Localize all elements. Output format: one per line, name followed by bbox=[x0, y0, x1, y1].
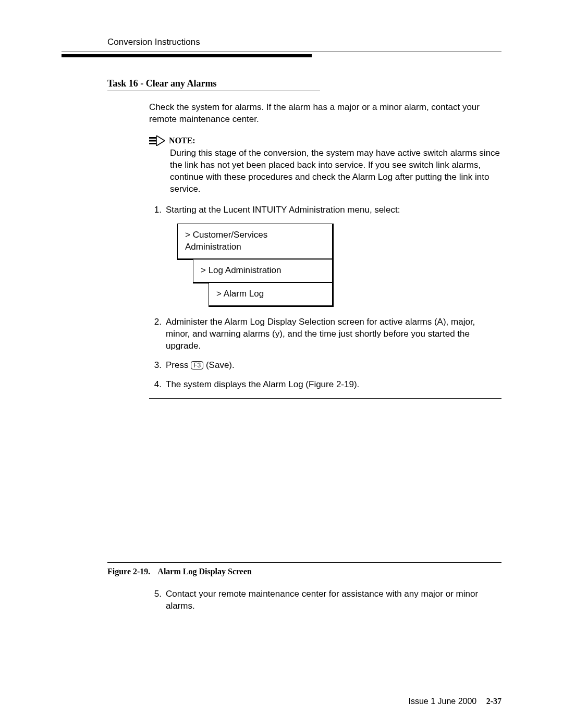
step-text: Press F3 (Save). bbox=[166, 360, 501, 372]
note-block: NOTE: During this stage of the conversio… bbox=[149, 135, 501, 195]
step-text-before-key: Press bbox=[166, 360, 191, 370]
menu-item-log-administration: > Log Administration bbox=[193, 259, 334, 283]
header-rule-thin bbox=[62, 52, 501, 52]
step-number: 2. bbox=[149, 316, 162, 352]
menu-item-customer-services: > Customer/Services Administration bbox=[177, 224, 334, 260]
step-text-after-key: (Save). bbox=[203, 360, 235, 370]
keycap-f3: F3 bbox=[191, 361, 203, 369]
page-footer: Issue 1 June 2000 2-37 bbox=[408, 696, 501, 707]
issue-date: Issue 1 June 2000 bbox=[408, 697, 476, 706]
step-2: 2. Administer the Alarm Log Display Sele… bbox=[149, 316, 501, 352]
step-number: 5. bbox=[149, 588, 162, 612]
task-heading: Task 16 - Clear any Alarms bbox=[107, 77, 320, 91]
figure-caption: Figure 2-19.Alarm Log Display Screen bbox=[107, 562, 501, 577]
step-number: 1. bbox=[149, 204, 162, 216]
figure-placeholder bbox=[149, 399, 501, 560]
svg-rect-1 bbox=[149, 140, 156, 141]
figure-title: Alarm Log Display Screen bbox=[157, 567, 252, 576]
content-area: Check the system for alarms. If the alar… bbox=[149, 102, 501, 560]
figure-label: Figure 2-19. bbox=[107, 567, 150, 576]
intro-paragraph: Check the system for alarms. If the alar… bbox=[149, 102, 501, 126]
svg-rect-0 bbox=[149, 137, 156, 139]
page-number: 2-37 bbox=[486, 697, 501, 706]
note-label: NOTE: bbox=[169, 135, 195, 146]
step-text: Contact your remote maintenance center f… bbox=[166, 588, 501, 612]
step-number: 4. bbox=[149, 379, 162, 391]
step-3: 3. Press F3 (Save). bbox=[149, 360, 501, 372]
running-header: Conversion Instructions bbox=[107, 36, 501, 48]
step-number: 3. bbox=[149, 360, 162, 372]
note-body: During this stage of the conversion, the… bbox=[170, 147, 501, 195]
step-1: 1. Starting at the Lucent INTUITY Admini… bbox=[149, 204, 501, 216]
step-text: The system displays the Alarm Log (Figur… bbox=[166, 379, 501, 391]
step-text: Starting at the Lucent INTUITY Administr… bbox=[166, 204, 501, 216]
svg-rect-2 bbox=[149, 143, 156, 144]
note-arrow-icon bbox=[149, 135, 165, 146]
svg-marker-3 bbox=[156, 135, 165, 146]
step-4: 4. The system displays the Alarm Log (Fi… bbox=[149, 379, 501, 391]
step-text: Administer the Alarm Log Display Selecti… bbox=[166, 316, 501, 352]
menu-path: > Customer/Services Administration > Log… bbox=[177, 224, 501, 307]
header-rule-thick bbox=[62, 54, 312, 57]
step-5: 5. Contact your remote maintenance cente… bbox=[149, 588, 501, 612]
menu-item-alarm-log: > Alarm Log bbox=[209, 282, 334, 307]
content-area-after-figure: 5. Contact your remote maintenance cente… bbox=[149, 588, 501, 612]
